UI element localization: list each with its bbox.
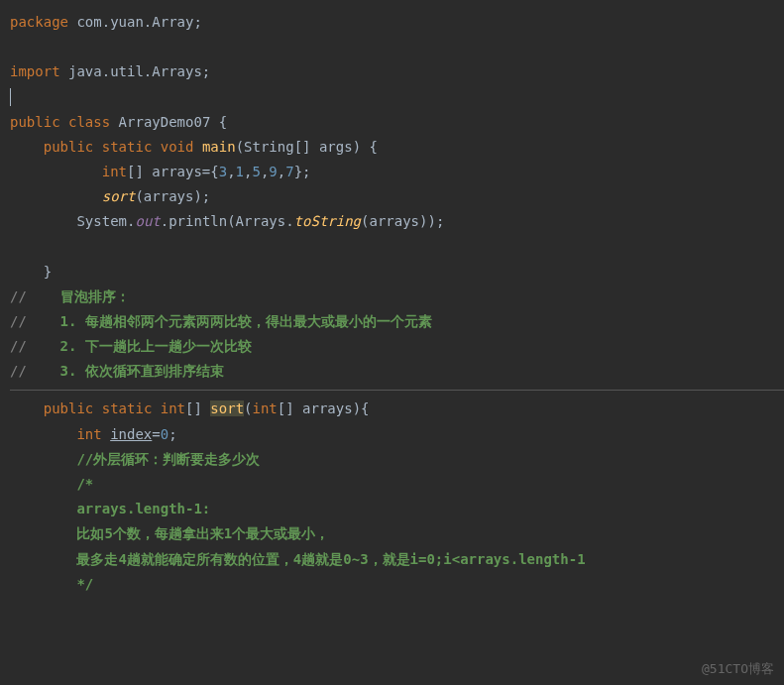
- code-line: // 2. 下一趟比上一趟少一次比较: [10, 334, 784, 359]
- code-line: public class ArrayDemo07 {: [10, 110, 784, 135]
- code-line: public static int[] sort(int[] arrays){: [10, 397, 784, 421]
- code-line: int index=0;: [10, 422, 784, 447]
- code-line: int[] arrays={3,1,5,9,7};: [10, 160, 784, 184]
- watermark: @51CTO博客: [702, 657, 774, 680]
- text-cursor: [10, 88, 11, 106]
- code-line: import java.util.Arrays;: [10, 59, 784, 84]
- code-line: public static void main(String[] args) {: [10, 135, 784, 160]
- code-line: arrays.length-1:: [10, 497, 784, 521]
- code-line: [10, 35, 784, 59]
- code-line: [10, 235, 784, 260]
- code-line: //外层循环：判断要走多少次: [10, 447, 784, 472]
- code-line: // 3. 依次循环直到排序结束: [10, 359, 784, 384]
- code-editor[interactable]: package com.yuan.Array; import java.util…: [0, 0, 784, 607]
- code-line: /*: [10, 472, 784, 497]
- code-line: */: [10, 572, 784, 597]
- code-line: // 1. 每趟相邻两个元素两两比较，得出最大或最小的一个元素: [10, 309, 784, 334]
- code-line: System.out.println(Arrays.toString(array…: [10, 209, 784, 234]
- code-line: 比如5个数，每趟拿出来1个最大或最小，: [10, 521, 784, 546]
- code-line: }: [10, 260, 784, 285]
- code-line: 最多走4趟就能确定所有数的位置，4趟就是0~3，就是i=0;i<arrays.l…: [10, 547, 784, 572]
- code-line: package com.yuan.Array;: [10, 10, 784, 35]
- divider: [10, 390, 784, 391]
- code-line: // 冒泡排序：: [10, 285, 784, 309]
- code-line: [10, 84, 784, 109]
- code-line: sort(arrays);: [10, 184, 784, 209]
